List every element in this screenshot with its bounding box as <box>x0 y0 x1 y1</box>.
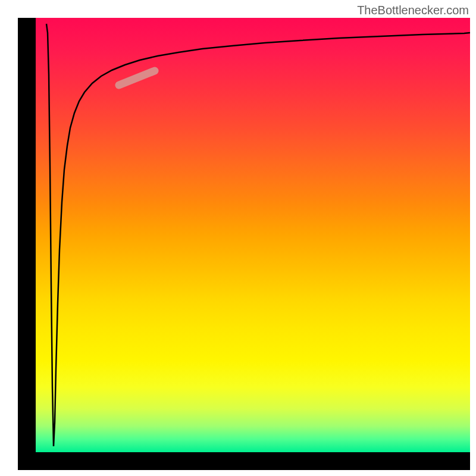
chart-container <box>18 18 470 470</box>
watermark-text: TheBottlenecker.com <box>357 4 469 17</box>
x-axis-frame <box>18 452 470 470</box>
curve-svg <box>36 18 470 452</box>
y-axis-frame <box>18 18 36 470</box>
plot-area <box>36 18 470 452</box>
highlight-segment <box>119 71 155 85</box>
main-curve <box>46 24 470 446</box>
